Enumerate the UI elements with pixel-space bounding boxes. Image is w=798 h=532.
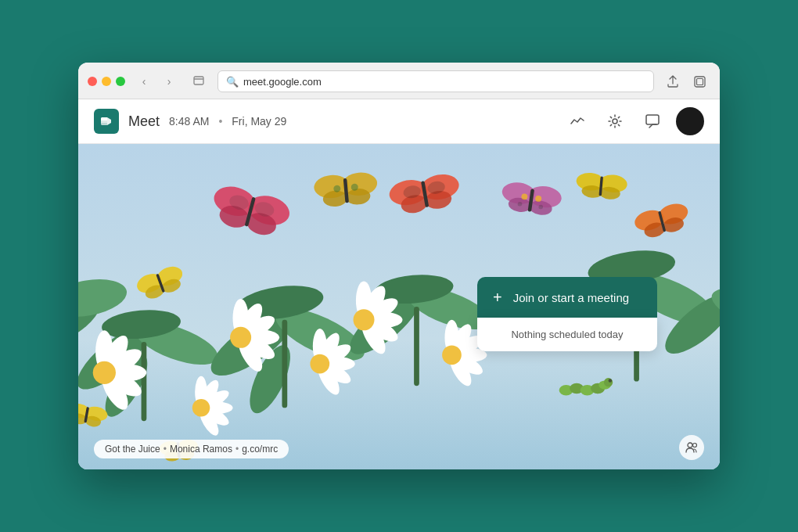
svg-point-81 [609,379,612,382]
fullscreen-button[interactable] [688,73,710,90]
close-button[interactable] [88,77,97,86]
minimize-button[interactable] [102,77,111,86]
svg-point-138 [693,444,697,448]
main-content: + Join or start a meeting Nothing schedu… [78,144,720,469]
svg-point-5 [613,119,617,124]
trend-button[interactable] [563,107,591,135]
app-time: 8:48 AM [169,115,209,128]
svg-point-53 [192,399,210,416]
app-title: Meet [128,113,160,130]
join-meeting-label: Join or start a meeting [513,291,629,304]
meet-logo [94,109,119,134]
svg-point-46 [310,354,329,374]
svg-point-74 [442,345,462,365]
feedback-button[interactable] [638,107,667,135]
settings-button[interactable] [601,107,629,135]
forward-button[interactable]: › [158,73,180,90]
svg-point-60 [354,309,375,330]
browser-actions [662,73,710,90]
svg-point-39 [230,327,251,348]
share-button[interactable] [662,73,684,90]
app-date: Fri, May 29 [232,115,286,128]
back-button[interactable]: ‹ [133,73,155,90]
footer-info: Got the Juice • Monica Ramos • g.co/mrc [94,440,289,458]
background-illustration: + Join or start a meeting Nothing schedu… [78,144,720,469]
footer-text3: g.co/mrc [242,444,278,455]
svg-rect-16 [142,342,147,421]
footer-text1: Got the Juice [105,444,160,455]
footer-dot1: • [164,444,167,455]
app-header: Meet 8:48 AM • Fri, May 29 [78,99,720,144]
footer-text2: Monica Ramos [170,444,232,455]
address-text: meet.google.com [243,76,645,88]
tab-view-button[interactable] [188,73,210,90]
address-bar[interactable]: 🔍 meet.google.com [217,70,654,92]
people-button[interactable] [679,435,704,460]
footer-actions [679,435,704,460]
search-icon: 🔍 [226,76,239,88]
meeting-card: + Join or start a meeting Nothing schedu… [477,277,657,351]
svg-rect-21 [282,320,287,408]
avatar[interactable] [676,107,704,135]
svg-rect-3 [696,78,703,84]
svg-point-67 [93,361,116,384]
svg-rect-6 [646,115,659,124]
browser-window: ‹ › 🔍 meet.google.com [78,63,720,469]
nav-buttons: ‹ › [133,73,180,90]
join-meeting-button[interactable]: + Join or start a meeting [477,277,657,318]
footer-dot2: • [235,444,239,455]
svg-point-137 [688,443,692,448]
plus-icon: + [493,289,502,305]
svg-rect-0 [194,77,203,84]
svg-point-80 [604,378,613,386]
header-separator: • [218,115,222,128]
browser-chrome: ‹ › 🔍 meet.google.com [78,63,720,99]
traffic-lights [88,77,125,86]
nothing-scheduled: Nothing scheduled today [477,318,657,351]
svg-rect-25 [414,307,419,386]
maximize-button[interactable] [116,77,125,86]
